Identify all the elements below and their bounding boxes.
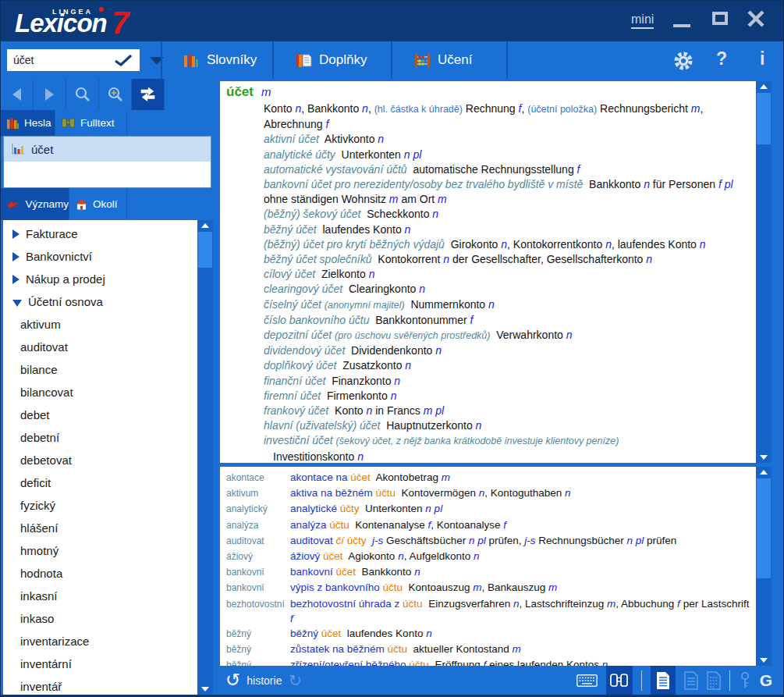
scroll-down-button[interactable] bbox=[197, 684, 213, 695]
tab-uceni[interactable]: Učení bbox=[391, 41, 506, 79]
info-button[interactable]: i bbox=[760, 48, 764, 69]
tree-item[interactable]: bilancovat bbox=[3, 381, 197, 404]
fulltext-toggle-button[interactable] bbox=[606, 666, 633, 695]
entry-line: depozitní účet (pro úschovu svěřených pr… bbox=[226, 328, 750, 343]
tree-item[interactable]: hodnota bbox=[3, 562, 197, 585]
scroll-up-button[interactable] bbox=[756, 81, 772, 92]
text-segment-de: aktueller Kontostand bbox=[407, 643, 512, 655]
colloc-row[interactable]: aktivumaktiva na běžném účtu Kontovermög… bbox=[226, 485, 751, 501]
history-forward-icon[interactable]: ↻ bbox=[288, 672, 302, 688]
colloc-row[interactable]: běžnýzřízení/otevření běžného účtu Eröff… bbox=[226, 657, 751, 666]
expanded-arrow-icon[interactable] bbox=[12, 300, 22, 307]
tree-item[interactable]: debetní bbox=[3, 426, 197, 449]
collapsed-arrow-icon[interactable] bbox=[12, 252, 20, 261]
tree-scrollbar[interactable] bbox=[197, 220, 213, 695]
collapsed-arrow-icon[interactable] bbox=[12, 229, 20, 239]
tree-item[interactable]: hmotný bbox=[3, 539, 197, 562]
scroll-up-button[interactable] bbox=[197, 220, 213, 231]
text-segment-note: (pro úschovu svěřených prostředků) bbox=[335, 330, 490, 341]
preview-button[interactable] bbox=[684, 671, 698, 690]
scroll-up-button[interactable] bbox=[756, 467, 772, 478]
back-button[interactable] bbox=[1, 79, 34, 110]
close-button[interactable] bbox=[747, 9, 765, 28]
collapsed-arrow-icon[interactable] bbox=[12, 275, 20, 284]
scroll-thumb[interactable] bbox=[757, 93, 771, 144]
search-ok-icon bbox=[115, 55, 132, 69]
colloc-row[interactable]: akontaceakontace na účet Akontobetrag m bbox=[226, 470, 751, 485]
text-segment-g: n bbox=[435, 344, 442, 357]
tab-vyznamy[interactable]: Významy bbox=[1, 188, 69, 220]
colloc-row[interactable]: bankovnívýpis z bankovního účtu Kontoaus… bbox=[226, 580, 751, 596]
search-button[interactable] bbox=[66, 79, 99, 110]
colloc-content: zřízení/otevření běžného účtu Eröffnung … bbox=[290, 657, 751, 666]
tab-okoli[interactable]: Okolí bbox=[69, 188, 127, 220]
tree-item[interactable]: inventarizace bbox=[3, 630, 197, 653]
entry-view-button[interactable] bbox=[651, 666, 676, 695]
tab-label: Okolí bbox=[93, 198, 118, 210]
tree-item[interactable]: fyzický bbox=[3, 494, 197, 517]
tree-item[interactable]: deficit bbox=[3, 471, 197, 494]
tree-item[interactable]: Bankovnictví bbox=[3, 245, 197, 268]
tree-item[interactable]: Nákup a prodej bbox=[3, 268, 197, 290]
colloc-content: analýza účtu Kontenanalyse f, Kontoanaly… bbox=[290, 517, 751, 533]
tree-item[interactable]: Fakturace bbox=[3, 222, 197, 245]
scroll-up-icon bbox=[760, 470, 768, 475]
text-segment-ph: čí bbox=[336, 535, 347, 546]
text-segment-de: automatische Rechnungsstellung bbox=[407, 163, 577, 176]
colloc-row[interactable]: bankovníbankovní účet Bankkonto n bbox=[226, 564, 751, 580]
colloc-row[interactable]: bezhotovostníbezhotovostní úhrada z účtu… bbox=[226, 596, 751, 626]
text-segment-cz: investiční účet bbox=[264, 434, 336, 446]
tree-item[interactable]: debet bbox=[3, 404, 197, 426]
colloc-row[interactable]: běžnýběžný účet laufendes Konto n bbox=[226, 626, 751, 642]
colloc-row[interactable]: analytickýanalytické účty Unterkonten n … bbox=[226, 501, 751, 517]
tree-item[interactable]: bilance bbox=[3, 358, 197, 381]
text-segment-de: Unterkonten bbox=[335, 148, 404, 161]
scroll-down-button[interactable] bbox=[756, 452, 772, 463]
mini-button[interactable]: mini bbox=[631, 12, 654, 29]
menu-row: Slovníky Doplňky Učení bbox=[1, 41, 784, 79]
tree-item[interactable]: Účetní osnova bbox=[3, 290, 197, 313]
maximize-button[interactable] bbox=[712, 12, 728, 25]
text-segment-de: , laufendes Konto bbox=[612, 238, 700, 251]
tree-item[interactable]: debetovat bbox=[3, 449, 197, 471]
tree-item[interactable]: inkaso bbox=[3, 607, 197, 630]
tab-fulltext[interactable]: Fulltext bbox=[55, 110, 127, 136]
scroll-thumb[interactable] bbox=[757, 478, 771, 578]
colloc-scrollbar[interactable] bbox=[756, 467, 772, 666]
colloc-row[interactable]: auditovatauditovat čí účty j-s Geschäfts… bbox=[226, 533, 751, 549]
zoom-button[interactable] bbox=[99, 79, 132, 110]
scroll-thumb[interactable] bbox=[198, 232, 212, 268]
result-item-ucet[interactable]: účet bbox=[4, 137, 211, 162]
text-segment-g: n bbox=[488, 298, 495, 311]
colloc-row[interactable]: ážiovýážiový účet Agiokonto n, Aufgeldko… bbox=[226, 549, 751, 564]
tree-item[interactable]: auditovat bbox=[3, 336, 197, 358]
help-button[interactable]: ? bbox=[716, 48, 727, 69]
settings-button[interactable] bbox=[673, 51, 694, 74]
text-segment-g: m bbox=[442, 471, 450, 483]
grammar-button[interactable]: G bbox=[760, 671, 772, 690]
swap-button[interactable] bbox=[132, 79, 165, 110]
tab-hesla[interactable]: Hesla bbox=[1, 110, 55, 136]
text-segment-de: Kontenanalyse bbox=[349, 519, 428, 531]
minimize-button[interactable] bbox=[673, 24, 690, 27]
tree-item[interactable]: inkasní bbox=[3, 585, 197, 607]
colloc-row[interactable]: běžnýzůstatek na běžném účtu aktueller K… bbox=[226, 642, 751, 657]
key-button[interactable] bbox=[739, 671, 751, 690]
tab-doplnky[interactable]: Doplňky bbox=[272, 41, 391, 79]
text-segment-bnote: (hl. částka k úhradě) bbox=[374, 104, 463, 115]
scroll-down-button[interactable] bbox=[756, 655, 772, 666]
tree-item[interactable]: inventář bbox=[3, 675, 197, 695]
keyboard-button[interactable] bbox=[576, 674, 598, 687]
colloc-row[interactable]: analýzaanalýza účtu Kontenanalyse f, Kon… bbox=[226, 517, 751, 533]
entry-pos: m bbox=[261, 85, 271, 98]
main-scrollbar[interactable] bbox=[756, 81, 772, 463]
history-back-icon[interactable]: ↺ bbox=[225, 671, 240, 689]
text-segment-note: (šekový účet, z nějž banka krátkodobě in… bbox=[336, 436, 619, 446]
tree-item[interactable]: inventární bbox=[3, 653, 197, 675]
tab-slovniky[interactable]: Slovníky bbox=[161, 41, 272, 79]
forward-button[interactable] bbox=[34, 79, 66, 110]
tree-item[interactable]: aktivum bbox=[3, 313, 197, 336]
entry-line: cílový účet Zielkonto n bbox=[226, 267, 750, 282]
tree-item[interactable]: hlášení bbox=[3, 517, 197, 539]
notes-button[interactable] bbox=[707, 671, 721, 690]
